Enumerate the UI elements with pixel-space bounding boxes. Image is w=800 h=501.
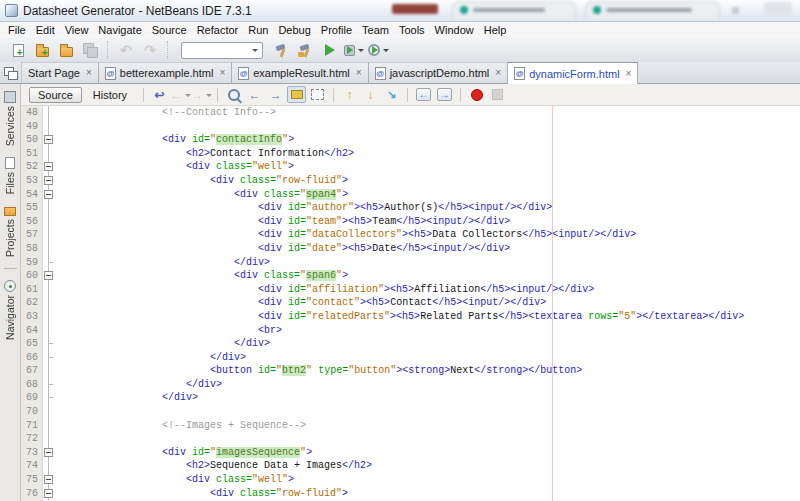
line-number: 74 [21,459,43,473]
new-file-button[interactable]: + [7,40,29,60]
sidebar-tab-projects[interactable]: Projects [4,205,16,257]
clean-build-project-button[interactable] [295,40,317,60]
previous-bookmark-button[interactable]: ↑ [340,86,359,103]
code-token: "team" [306,216,342,227]
code-text: <div class="span6"> [54,269,348,283]
history-view-button[interactable]: History [84,87,136,103]
profile-project-button[interactable] [367,40,389,60]
toggle-highlight-button[interactable] [287,86,306,103]
code-indent [54,325,258,336]
code-fold-toggle[interactable] [44,489,53,498]
redo-icon: ↷ [144,43,156,57]
code-line-67: 67 <button id="btn2" type="button"><stro… [21,364,800,378]
code-fold-toggle[interactable] [44,162,53,171]
menu-view[interactable]: View [60,23,94,37]
find-previous-button[interactable]: ← [245,86,264,103]
build-project-button[interactable] [271,40,293,60]
background-window-blur [380,0,800,22]
code-fold-toggle[interactable] [44,190,53,199]
run-project-button[interactable] [319,40,341,60]
code-text: </div> [54,256,270,270]
open-project-button[interactable] [55,40,77,60]
tab-exampleresult-html[interactable]: @exampleResult.html× [232,62,368,83]
code-lines: 48 <!--Contact Info-->4950 <div id="cont… [21,106,800,500]
code-token: <div [258,243,282,254]
code-fold-column [43,446,54,460]
debug-project-dropdown-caret[interactable] [358,49,364,55]
menu-debug[interactable]: Debug [273,23,315,37]
code-token: > [342,270,348,281]
menu-run[interactable]: Run [243,23,273,37]
sidebar-tab-files[interactable]: Files [4,157,16,194]
code-line-61: 61 <div id="affiliation"><h5>Affiliation… [21,283,800,297]
line-number: 73 [21,446,43,460]
code-fold-column [43,310,54,324]
find-next-button[interactable]: → [266,86,285,103]
code-token: </div> [234,257,270,268]
menu-tools[interactable]: Tools [394,23,430,37]
code-fold-column [43,228,54,242]
menu-profile[interactable]: Profile [316,23,357,37]
toggle-bookmark-button[interactable]: ↘ [382,86,401,103]
code-editor[interactable]: 48 <!--Contact Info-->4950 <div id="cont… [21,106,800,501]
html-file-icon: @ [238,67,249,80]
code-token: id= [288,216,306,227]
menu-navigate[interactable]: Navigate [93,23,146,37]
code-line-52: 52 <div class="well"> [21,160,800,174]
code-fold-toggle[interactable] [44,176,53,185]
code-token: <div [162,134,186,145]
code-fold-toggle[interactable] [44,135,53,144]
menu-file[interactable]: File [3,23,31,37]
tab-dynamicform-html[interactable]: @dynamicForm.html× [508,62,638,84]
code-fold-toggle[interactable] [44,448,53,457]
forward-dropdown-caret[interactable] [206,94,212,100]
code-token: > [306,447,312,458]
find-selection-button[interactable] [224,86,243,103]
line-number: 51 [21,147,43,161]
code-token: id= [192,447,210,458]
code-fold-column [43,201,54,215]
tab-close-icon[interactable]: × [86,68,92,78]
title-bar: Datasheet Generator - NetBeans IDE 7.3.1 [0,0,800,22]
configuration-combobox[interactable] [181,42,263,59]
code-line-57: 57 <div id="dataCollectors"><h5>Data Col… [21,228,800,242]
code-indent [54,420,162,431]
menu-team[interactable]: Team [357,23,394,37]
services-icon [4,91,16,103]
sidebar-tab-services[interactable]: Services [4,91,16,146]
shift-left-button[interactable]: ← [414,86,433,103]
tab-close-icon[interactable]: × [626,69,632,79]
tab-close-icon[interactable]: × [356,68,362,78]
line-number: 50 [21,133,43,147]
menu-edit[interactable]: Edit [31,23,60,37]
code-token: <button [210,365,252,376]
profile-project-dropdown-caret[interactable] [383,49,389,55]
code-line-58: 58 <div id="date"><h5>Date</h5><input/><… [21,242,800,256]
code-line-53: 53 <div class="row-fluid"> [21,174,800,188]
menu-help[interactable]: Help [479,23,512,37]
record-macro-button[interactable] [467,86,486,103]
menu-refactor[interactable]: Refactor [192,23,244,37]
tab-betterexample-html[interactable]: @betterexample.html× [99,62,232,83]
code-fold-toggle[interactable] [44,475,53,484]
tab-start-page[interactable]: Start Page× [22,62,99,83]
tab-close-icon[interactable]: × [219,68,225,78]
shift-right-button[interactable]: → [435,86,454,103]
background-browser-tab [585,1,720,19]
debug-project-button[interactable] [343,40,365,60]
menu-window[interactable]: Window [430,23,479,37]
menu-source[interactable]: Source [147,23,192,37]
next-bookmark-button[interactable]: ↓ [361,86,380,103]
tab-close-icon[interactable]: × [495,68,501,78]
code-token: Author(s) [384,202,438,213]
line-number: 71 [21,419,43,433]
sidebar-tab-navigator[interactable]: Navigator [4,280,16,340]
dock-window-icon[interactable] [0,62,22,83]
sidebar-tab-label: Services [4,106,16,146]
source-view-button[interactable]: Source [29,87,82,103]
rect-selection-button[interactable] [308,86,327,103]
last-edit-button[interactable]: ↩ [150,86,169,103]
code-fold-toggle[interactable] [44,271,53,280]
new-project-button[interactable]: + [31,40,53,60]
tab-javascriptdemo-html[interactable]: @javascriptDemo.html× [369,62,508,83]
